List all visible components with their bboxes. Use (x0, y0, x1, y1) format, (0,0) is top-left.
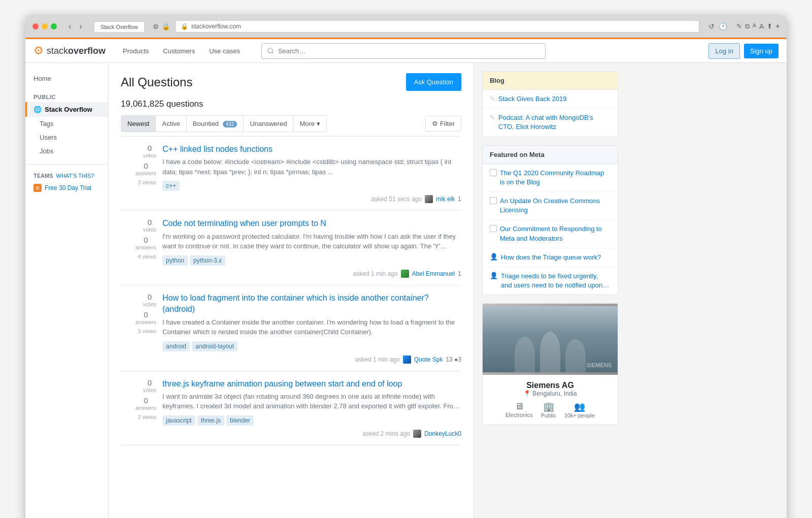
auth-buttons: Log in Sign up (708, 43, 779, 59)
ad-image: SIEMENS (483, 304, 618, 375)
tag[interactable]: three.js (197, 415, 224, 426)
electronics-icon: 🖥 (505, 401, 533, 412)
featured-link-1[interactable]: The Q1 2020 Community Roadmap is on the … (500, 169, 611, 187)
question-tags: android android-layout (162, 341, 461, 351)
checkbox-icon[interactable] (490, 225, 497, 232)
copy-icon[interactable]: ⧉ (745, 22, 750, 30)
bountied-badge: 432 (223, 121, 238, 127)
address-bar[interactable]: 🔒 stackoverflow.com (175, 20, 699, 33)
tag[interactable]: javascript (162, 415, 195, 426)
question-title[interactable]: How to load fragment into the container … (162, 293, 461, 315)
checkbox-icon[interactable] (490, 169, 497, 176)
filter-button[interactable]: ⚙ Filter (425, 116, 461, 132)
user-link[interactable]: Quote Spk (414, 356, 443, 363)
reload-icon[interactable]: ↺ (708, 22, 715, 30)
question-title[interactable]: C++ linked list nodes functions (162, 144, 461, 155)
active-tab[interactable]: Stack Overflow (94, 21, 145, 32)
ad-content: Siemens AG 📍 Bengaluru, India 🖥 Electron… (483, 375, 618, 425)
gear-icon: ⚙ (432, 120, 438, 127)
user-link[interactable]: DonkeyLuck0 (424, 430, 461, 437)
history-icon[interactable]: 🕐 (719, 22, 727, 30)
tag[interactable]: blender (226, 415, 254, 426)
font-small-icon[interactable]: A (753, 22, 756, 30)
tags-label: Tags (40, 120, 53, 127)
featured-link-3[interactable]: Our Commitment to Responding to Meta and… (500, 224, 611, 243)
answers-stat: 0 answers (136, 236, 156, 250)
filter-tab-active[interactable]: Active (156, 116, 186, 132)
search-input[interactable] (261, 43, 546, 59)
person-silhouette (565, 339, 586, 372)
votes-stat: 0 votes (143, 293, 156, 307)
filter-tab-bountied[interactable]: Bountied 432 (187, 116, 244, 132)
user-avatar (413, 430, 421, 438)
question-excerpt: I have a code below: #include <iostream>… (162, 157, 461, 177)
minimize-button[interactable] (42, 23, 48, 29)
upload-icon[interactable]: ⬆ (767, 22, 772, 30)
views-stat: 4 views (138, 253, 156, 260)
blog-link-2[interactable]: Podcast: A chat with MongoDB's CTO, Elio… (498, 113, 611, 132)
topnav-use-cases[interactable]: Use cases (206, 45, 243, 57)
forward-button[interactable]: › (77, 21, 84, 32)
sidebar-item-stackoverflow[interactable]: 🌐 Stack Overflow (25, 102, 108, 117)
blog-widget-header: Blog (483, 72, 618, 90)
filter-tab-more[interactable]: More ▾ (293, 116, 326, 132)
question-meta: asked 1 min ago Abel Emmanuel 1 (162, 270, 461, 278)
blog-link-1[interactable]: Stack Gives Back 2019 (498, 94, 566, 104)
filter-tab-unanswered[interactable]: Unanswered (244, 116, 293, 132)
font-large-icon[interactable]: A (759, 22, 764, 30)
filter-tab-newest[interactable]: Newest (121, 116, 156, 132)
teams-icon: ⊞ (33, 184, 42, 192)
close-button[interactable] (32, 23, 39, 29)
tag[interactable]: android-layout (192, 341, 238, 351)
share-icon[interactable]: ✎ (736, 22, 742, 30)
featured-link-2[interactable]: An Update On Creative Commons Licensing (500, 197, 611, 215)
question-title[interactable]: Code not terminating when user prompts t… (162, 218, 461, 229)
checkbox-icon[interactable] (490, 197, 497, 204)
login-button[interactable]: Log in (708, 43, 739, 59)
sidebar-item-users[interactable]: Users (25, 131, 108, 144)
question-item: 0 votes 0 answers 4 views (121, 211, 461, 285)
question-title[interactable]: three.js keyframe animation pausing betw… (162, 378, 461, 390)
featured-item-1: The Q1 2020 Community Roadmap is on the … (483, 164, 618, 192)
tag[interactable]: c++ (162, 181, 180, 191)
views-stat: 3 views (138, 179, 156, 185)
teams-trial-link[interactable]: ⊞ Free 30 Day Trial (25, 181, 108, 195)
tag[interactable]: python (162, 255, 188, 266)
tag[interactable]: python-3.x (190, 255, 225, 266)
teams-section-title: TEAMS What's this? (25, 171, 108, 181)
sidebar-item-home[interactable]: Home (25, 71, 108, 86)
so-logo[interactable]: ⚙ stackoverflow (33, 44, 106, 57)
user-avatar (401, 270, 409, 278)
user-rep: 1 (458, 270, 461, 277)
so-page: ⚙ stackoverflow Products Customers Use c… (25, 38, 787, 518)
browser-tabs: Stack Overflow (94, 21, 145, 32)
user-link[interactable]: mik elk (436, 196, 455, 203)
sidebar-item-jobs[interactable]: Jobs (25, 144, 108, 158)
tag[interactable]: android (162, 341, 190, 351)
main-content: All Questions Ask Question 19,061,825 qu… (109, 63, 474, 518)
asked-time: asked 1 min ago (353, 270, 398, 277)
ask-question-button[interactable]: Ask Question (406, 73, 461, 91)
featured-link-5[interactable]: Triage needs to be fixed urgently, and u… (501, 272, 611, 290)
ad-company: Siemens AG (489, 381, 612, 390)
fullscreen-button[interactable] (51, 23, 57, 29)
user-link[interactable]: Abel Emmanuel (412, 270, 455, 277)
topnav-products[interactable]: Products (120, 45, 152, 57)
featured-meta-widget: Featured on Meta The Q1 2020 Community R… (482, 145, 618, 296)
featured-item-3: Our Commitment to Responding to Meta and… (483, 220, 618, 248)
asked-time: asked 2 mins ago (362, 430, 410, 437)
featured-meta-body: The Q1 2020 Community Roadmap is on the … (483, 164, 618, 295)
ad-banner[interactable]: SIEMENS Siemens AG 📍 Bengaluru, India 🖥 (482, 303, 618, 425)
teams-trial-label: Free 30 Day Trial (45, 184, 91, 191)
add-tab-icon[interactable]: + (775, 22, 780, 30)
signup-button[interactable]: Sign up (744, 44, 779, 58)
question-item: 0 votes 0 answers 2 views (121, 371, 461, 445)
blog-item-2: ✎ Podcast: A chat with MongoDB's CTO, El… (483, 109, 618, 136)
sidebar-item-tags[interactable]: Tags (25, 117, 108, 131)
pencil-icon: ✎ (490, 95, 495, 103)
featured-item-4: 👤 How does the Triage queue work? (483, 248, 618, 267)
featured-link-4[interactable]: How does the Triage queue work? (501, 253, 601, 262)
teams-what-this-link[interactable]: What's this? (56, 173, 94, 179)
back-button[interactable]: ‹ (66, 21, 74, 32)
topnav-customers[interactable]: Customers (160, 45, 198, 57)
